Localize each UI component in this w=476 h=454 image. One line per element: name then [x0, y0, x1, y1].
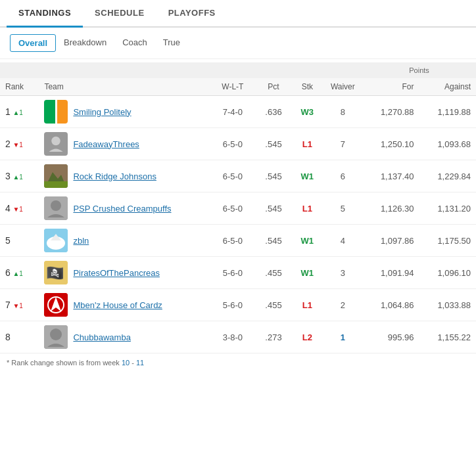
team-name[interactable]: PSP Crushed Creampuffs: [73, 204, 171, 214]
tab-standings[interactable]: STANDINGS: [7, 0, 83, 28]
waiver-value: 1: [341, 332, 345, 342]
stk-value: W3: [301, 107, 314, 117]
wlt-cell: 5-6-0: [210, 257, 256, 289]
svg-point-0: [52, 137, 61, 146]
rank-delta: ▲1: [12, 109, 22, 116]
for-cell: 995.96: [362, 321, 419, 353]
rank-delta: ▲1: [12, 173, 22, 181]
svg-text:🏴‍☠️: 🏴‍☠️: [46, 264, 64, 282]
stk-value: L1: [302, 139, 312, 149]
points-group-header: Points: [362, 62, 476, 78]
team-name[interactable]: Smiling Politely: [73, 107, 131, 117]
team-logo: [44, 229, 68, 252]
pct-cell: .545: [256, 225, 291, 257]
col-headers-row: Rank Team W-L-T Pct Stk Waiver For Again…: [0, 78, 476, 96]
waiver-cell: 3: [323, 257, 362, 289]
pct-cell: .455: [256, 257, 291, 289]
rank-cell: 3 ▲1: [0, 160, 39, 193]
team-cell: PSP Crushed Creampuffs: [39, 193, 209, 225]
team-logo: 🏴‍☠️: [44, 261, 68, 284]
team-name[interactable]: Chubbawamba: [73, 332, 130, 342]
wlt-cell: 6-5-0: [210, 160, 256, 193]
rank-header: Rank: [0, 78, 39, 96]
team-cell: Smiling Politely: [39, 96, 209, 128]
pct-cell: .545: [256, 160, 291, 193]
stk-value: W1: [301, 268, 314, 278]
tab-playoffs[interactable]: PLAYOFFS: [156, 0, 227, 28]
team-logo: [44, 132, 68, 156]
wlt-cell: 6-5-0: [210, 225, 256, 257]
table-row: 6 ▲1🏴‍☠️PiratesOfThePancreas5-6-0.455W13…: [0, 257, 476, 289]
stk-cell: L2: [291, 321, 323, 353]
for-cell: 1,137.40: [362, 160, 419, 193]
rank-cell: 5: [0, 225, 39, 257]
team-cell: 🏴‍☠️PiratesOfThePancreas: [39, 257, 209, 289]
rank-number: 1: [5, 106, 11, 117]
footnote-text-before: * Rank change shown is from week: [7, 359, 122, 367]
tab-schedule[interactable]: SCHEDULE: [83, 0, 156, 28]
wlt-cell: 5-6-0: [210, 289, 256, 321]
team-name[interactable]: FadeawayThrees: [73, 139, 139, 149]
sub-tab-overall[interactable]: Overall: [10, 34, 56, 52]
points-header-row: Points: [0, 62, 476, 78]
stk-value: W1: [301, 236, 314, 246]
table-row: 8Chubbawamba3-8-0.273L21995.961,155.22: [0, 321, 476, 353]
stk-value: W1: [301, 171, 314, 181]
team-name[interactable]: zbln: [73, 236, 89, 246]
team-logo: [44, 164, 68, 188]
wlt-cell: 6-5-0: [210, 128, 256, 160]
waiver-cell: 6: [323, 160, 362, 193]
team-name[interactable]: PiratesOfThePancreas: [73, 268, 160, 278]
stk-cell: L1: [291, 289, 323, 321]
for-cell: 1,126.30: [362, 193, 419, 225]
footnote-link-week11[interactable]: 11: [136, 359, 144, 367]
stk-col-spacer: [291, 62, 323, 78]
for-cell: 1,097.86: [362, 225, 419, 257]
against-header: Against: [419, 78, 476, 96]
rank-number: 6: [5, 267, 11, 278]
stk-cell: W1: [291, 160, 323, 193]
rank-cell: 2 ▼1: [0, 128, 39, 160]
rank-cell: 6 ▲1: [0, 257, 39, 289]
team-col-spacer: [39, 62, 209, 78]
pct-cell: .455: [256, 289, 291, 321]
for-cell: 1,270.88: [362, 96, 419, 128]
stk-value: L1: [302, 204, 312, 214]
wlt-col-spacer: [210, 62, 256, 78]
for-cell: 1,250.10: [362, 128, 419, 160]
stk-value: L1: [302, 300, 312, 310]
rank-delta: ▼1: [12, 206, 22, 213]
sub-tab-true[interactable]: True: [155, 34, 188, 52]
rank-cell: 7 ▼1: [0, 289, 39, 321]
standings-table: Points Rank Team W-L-T Pct Stk Waiver Fo…: [0, 62, 476, 353]
pct-cell: .273: [256, 321, 291, 353]
waiver-cell: 1: [323, 321, 362, 353]
table-row: 1 ▲1Smiling Politely7-4-0.636W381,270.88…: [0, 96, 476, 128]
waiver-cell: 8: [323, 96, 362, 128]
against-cell: 1,229.84: [419, 160, 476, 193]
against-cell: 1,119.88: [419, 96, 476, 128]
waiver-cell: 7: [323, 128, 362, 160]
sub-tab-breakdown[interactable]: Breakdown: [56, 34, 114, 52]
wlt-cell: 6-5-0: [210, 193, 256, 225]
team-name[interactable]: Mben'z House of Cardz: [73, 300, 162, 310]
pct-cell: .545: [256, 193, 291, 225]
footnote: * Rank change shown is from week 10 - 11: [0, 353, 476, 372]
wlt-header: W-L-T: [210, 78, 256, 96]
pct-cell: .636: [256, 96, 291, 128]
standings-container: STANDINGS SCHEDULE PLAYOFFS Overall Brea…: [0, 0, 476, 378]
top-nav: STANDINGS SCHEDULE PLAYOFFS: [0, 0, 476, 28]
against-cell: 1,033.88: [419, 289, 476, 321]
sub-nav: Overall Breakdown Coach True: [0, 28, 476, 59]
team-name[interactable]: Rock Ridge Johnsons: [73, 171, 156, 181]
waiver-cell: 4: [323, 225, 362, 257]
pct-col-spacer: [256, 62, 291, 78]
sub-tab-coach[interactable]: Coach: [114, 34, 155, 52]
stk-cell: W3: [291, 96, 323, 128]
against-cell: 1,093.68: [419, 128, 476, 160]
waiver-cell: 5: [323, 193, 362, 225]
footnote-link-week10[interactable]: 10: [122, 359, 130, 367]
table-row: 5zbln6-5-0.545W141,097.861,175.50: [0, 225, 476, 257]
svg-rect-3: [44, 181, 68, 188]
footnote-text-between: -: [130, 359, 136, 367]
